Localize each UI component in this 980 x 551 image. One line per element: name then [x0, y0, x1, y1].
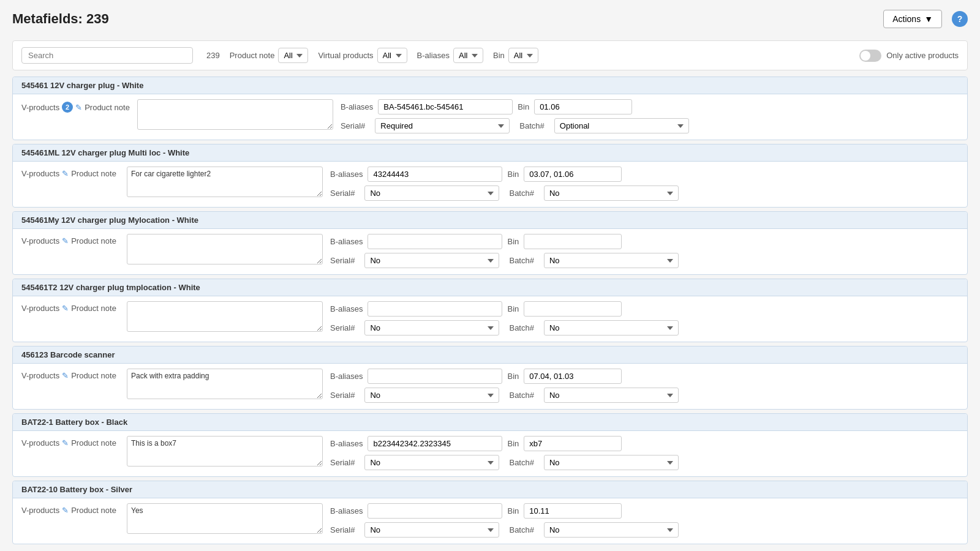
batch-select[interactable]: NoRequiredOptional — [544, 320, 679, 335]
serial-select[interactable]: NoRequiredOptional — [375, 118, 510, 133]
edit-icon[interactable]: ✎ — [62, 304, 69, 313]
product-header: 545461 12V charger plug - White — [13, 77, 967, 94]
product-note-textarea[interactable] — [127, 234, 323, 264]
product-list: 545461 12V charger plug - WhiteV-product… — [12, 77, 968, 544]
bin-input[interactable] — [524, 234, 622, 249]
b-aliases-select[interactable]: All — [453, 48, 483, 63]
serial-label: Serial# — [330, 458, 355, 467]
batch-select[interactable]: NoRequiredOptional — [544, 455, 679, 470]
b-aliases-input[interactable] — [368, 167, 502, 182]
product-note-textarea[interactable]: For car cigarette lighter2 — [127, 167, 323, 197]
aliases-bin-row: B-aliasesBin — [330, 234, 959, 249]
serial-label: Serial# — [330, 525, 355, 534]
aliases-bin-row: B-aliasesBin — [330, 503, 959, 519]
product-row: V-products✎Product noteFor car cigarette… — [21, 167, 959, 201]
help-icon[interactable]: ? — [952, 11, 968, 27]
bin-input[interactable] — [524, 369, 622, 384]
batch-label: Batch# — [519, 121, 544, 130]
serial-select[interactable]: NoRequiredOptional — [364, 388, 499, 403]
active-products-toggle[interactable] — [859, 50, 881, 62]
edit-icon[interactable]: ✎ — [62, 438, 69, 448]
b-aliases-label: B-aliases — [330, 170, 363, 179]
product-header: 545461T2 12V charger plug tmplocation - … — [13, 279, 967, 296]
product-row: V-products✎Product notePack with extra p… — [21, 369, 959, 403]
serial-select[interactable]: NoRequiredOptional — [364, 253, 499, 268]
batch-select[interactable]: NoRequiredOptional — [554, 118, 689, 133]
serial-label: Serial# — [341, 121, 365, 130]
b-aliases-input[interactable] — [368, 234, 502, 249]
product-note-textarea[interactable] — [127, 301, 323, 332]
product-note-label: Product note — [71, 506, 116, 515]
virtual-products-select[interactable]: All — [377, 48, 407, 63]
vproducts-label: V-products — [21, 304, 59, 313]
bin-input[interactable] — [524, 503, 622, 519]
serial-select[interactable]: NoRequiredOptional — [364, 320, 499, 335]
product-body: V-products✎Product noteThis is a box7B-a… — [13, 431, 967, 476]
toolbar: 239 Product note All Virtual products Al… — [12, 40, 968, 70]
product-section: BAT22-1 Battery box - BlackV-products✎Pr… — [12, 413, 968, 477]
b-aliases-label: B-aliases — [330, 439, 363, 448]
vproducts-label: V-products — [21, 169, 59, 178]
serial-select[interactable]: NoRequiredOptional — [364, 186, 499, 201]
edit-icon[interactable]: ✎ — [62, 371, 69, 380]
edit-icon[interactable]: ✎ — [75, 103, 82, 112]
chevron-down-icon: ▼ — [924, 14, 933, 24]
edit-icon[interactable]: ✎ — [62, 236, 69, 246]
batch-label: Batch# — [509, 189, 533, 198]
aliases-bin-row: B-aliasesBin — [330, 369, 959, 384]
batch-label: Batch# — [509, 391, 533, 400]
bin-input[interactable] — [534, 99, 632, 114]
batch-select[interactable]: NoRequiredOptional — [544, 186, 679, 201]
b-aliases-input[interactable] — [368, 301, 502, 317]
product-note-filter: Product note All — [230, 48, 309, 63]
bin-input[interactable] — [524, 167, 622, 182]
batch-select[interactable]: NoRequiredOptional — [544, 522, 679, 538]
edit-icon[interactable]: ✎ — [62, 169, 69, 178]
bin-input[interactable] — [524, 436, 622, 451]
b-aliases-input[interactable] — [368, 369, 502, 384]
bin-field-label: Bin — [507, 170, 519, 179]
serial-batch-row: Serial#NoRequiredOptionalBatch#NoRequire… — [330, 186, 959, 201]
product-note-textarea[interactable]: This is a box7 — [127, 436, 323, 467]
product-row: V-products✎Product noteB-aliasesBinSeria… — [21, 301, 959, 335]
batch-select[interactable]: NoRequiredOptional — [544, 388, 679, 403]
b-aliases-input[interactable] — [368, 436, 502, 451]
virtual-products-filter-label: Virtual products — [318, 51, 373, 60]
bin-field-label: Bin — [507, 237, 519, 246]
serial-select[interactable]: NoRequiredOptional — [364, 455, 499, 470]
product-header: 545461My 12V charger plug Mylocation - W… — [13, 212, 967, 229]
vproducts-group: V-products✎Product note — [21, 436, 119, 448]
vproducts-label: V-products — [21, 438, 59, 448]
vproducts-badge[interactable]: 2 — [62, 102, 73, 113]
bin-input[interactable] — [524, 301, 622, 317]
product-note-textarea[interactable] — [137, 99, 333, 130]
product-row: V-products✎Product noteThis is a box7B-a… — [21, 436, 959, 470]
serial-batch-row: Serial#NoRequiredOptionalBatch#NoRequire… — [330, 522, 959, 538]
actions-button[interactable]: Actions ▼ — [883, 10, 942, 28]
product-note-label: Product note — [71, 169, 116, 178]
serial-select[interactable]: NoRequiredOptional — [364, 522, 499, 538]
product-section: BAT22-10 Battery box - SilverV-products✎… — [12, 481, 968, 544]
product-note-select[interactable]: All — [278, 48, 308, 63]
bin-filter: Bin All — [493, 48, 538, 63]
right-fields: B-aliasesBinSerial#NoRequiredOptionalBat… — [341, 99, 959, 133]
b-aliases-input[interactable] — [368, 503, 502, 519]
bin-select[interactable]: All — [508, 48, 538, 63]
page-title: Metafields: 239 — [12, 11, 883, 27]
product-section: 545461 12V charger plug - WhiteV-product… — [12, 77, 968, 140]
search-input[interactable] — [21, 47, 193, 64]
b-aliases-label: B-aliases — [330, 304, 363, 313]
b-aliases-input[interactable] — [378, 99, 513, 114]
product-note-label: Product note — [71, 304, 116, 313]
batch-select[interactable]: NoRequiredOptional — [544, 253, 679, 268]
aliases-bin-row: B-aliasesBin — [330, 436, 959, 451]
vproducts-group: V-products✎Product note — [21, 369, 119, 380]
vproducts-label: V-products — [21, 506, 59, 515]
product-note-textarea[interactable]: Yes — [127, 503, 323, 534]
product-body: V-products✎Product notePack with extra p… — [13, 364, 967, 409]
edit-icon[interactable]: ✎ — [62, 506, 69, 515]
vproducts-label: V-products — [21, 103, 59, 112]
aliases-bin-row: B-aliasesBin — [330, 167, 959, 182]
product-note-textarea[interactable]: Pack with extra padding — [127, 369, 323, 399]
actions-label: Actions — [892, 14, 921, 24]
